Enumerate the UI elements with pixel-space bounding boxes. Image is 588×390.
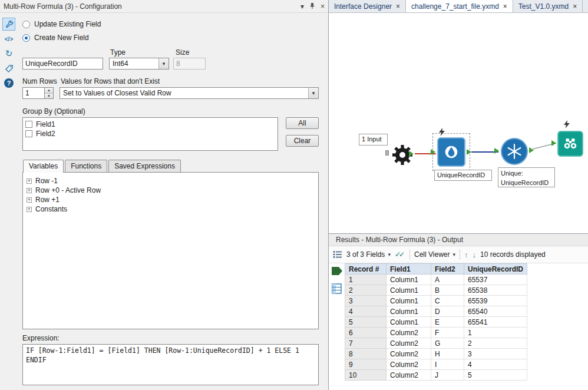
num-rows-stepper[interactable]: 1 ▲ ▼ <box>22 87 54 99</box>
stepper-down-icon[interactable]: ▼ <box>45 94 53 99</box>
expand-icon[interactable]: + <box>27 207 32 212</box>
tree-item-constants[interactable]: + Constants <box>27 204 315 214</box>
browse-input-anchor[interactable] <box>551 140 556 146</box>
chevron-down-icon: ▾ <box>452 252 455 257</box>
chevron-down-icon[interactable]: ▾ <box>300 3 304 10</box>
panel-title: Multi-Row Formula (3) - Configuration <box>4 2 300 11</box>
results-title: Results - Multi-Row Formula (3) - Output <box>336 236 463 244</box>
radio-update-existing[interactable]: Update Existing Field <box>22 20 319 28</box>
all-button[interactable]: All <box>286 117 319 129</box>
table-row: 6 Column2 F 1 <box>345 328 527 338</box>
sort-up-icon[interactable]: ↑ <box>464 250 468 259</box>
close-icon[interactable]: × <box>396 2 400 11</box>
expand-icon[interactable]: + <box>27 197 32 203</box>
records-displayed-label: 10 records displayed <box>480 250 546 259</box>
input-container-box[interactable]: 1 Input <box>359 134 388 146</box>
expand-icon[interactable]: + <box>27 188 32 193</box>
size-input: 8 <box>173 58 206 70</box>
variables-tree[interactable]: + Row -1 + Row +0 - Active Row + Row +1 … <box>22 172 319 329</box>
expression-label: Expression: <box>22 334 319 342</box>
tab-almm[interactable]: ALMM_C <box>583 0 588 12</box>
grid-view-icon[interactable] <box>333 250 342 259</box>
col-header-field2[interactable]: Field2 <box>431 264 464 275</box>
tool-multi-row-formula[interactable] <box>437 137 465 167</box>
separator <box>460 249 460 260</box>
type-dropdown-caret[interactable]: ▾ <box>158 58 169 69</box>
tool-browse[interactable] <box>557 131 583 157</box>
radio-update-label: Update Existing Field <box>34 20 101 28</box>
results-toolbar: 3 of 3 Fields ▾ ✓✓ Cell Viewer ▾ ↑ ↓ 10 … <box>329 246 588 263</box>
num-rows-value[interactable]: 1 <box>22 87 45 99</box>
lightning-bolt-icon <box>439 128 445 138</box>
sort-down-icon[interactable]: ↓ <box>473 250 477 259</box>
values-dropdown-caret[interactable]: ▾ <box>308 88 318 98</box>
tree-item-row-plus1[interactable]: + Row +1 <box>27 195 315 204</box>
pin-icon[interactable] <box>309 2 315 11</box>
group-item-field2[interactable]: Field2 <box>25 129 275 138</box>
gear-input-anchor[interactable] <box>385 150 389 156</box>
table-row: 8 Column2 H 3 <box>345 349 527 359</box>
field-name-input[interactable]: UniqueRecordID <box>22 58 103 70</box>
results-table: Record # Field1 Field2 UniqueRecordID 1 … <box>345 263 527 381</box>
configuration-panel: Multi-Row Formula (3) - Configuration ▾ … <box>0 0 329 390</box>
unique-output-anchor[interactable] <box>529 147 534 153</box>
col-header-uniquerecordid[interactable]: UniqueRecordID <box>464 264 527 275</box>
apply-check-icon[interactable]: ✓✓ <box>395 250 405 259</box>
tag-icon[interactable] <box>2 62 15 75</box>
col-header-field1[interactable]: Field1 <box>387 264 431 275</box>
radio-circle-checked[interactable] <box>22 34 30 42</box>
formula-annotation-box[interactable]: UniqueRecordID <box>434 170 492 181</box>
code-icon[interactable]: </> <box>2 32 15 45</box>
expression-editor[interactable]: IF [Row-1:Field1] = [Field1] THEN [Row-1… <box>22 344 319 385</box>
tab-challenge-7-start-file[interactable]: challenge_7_start_file.yxmd × <box>406 0 513 12</box>
field1-checkbox[interactable] <box>25 121 32 128</box>
clear-button[interactable]: Clear <box>286 135 319 147</box>
sync-icon[interactable]: ↻ <box>2 47 15 60</box>
radio-create-new[interactable]: Create New Field <box>22 34 319 42</box>
field2-checkbox[interactable] <box>25 130 32 137</box>
group-by-list[interactable]: Field1 Field2 <box>22 117 278 151</box>
connection-lines <box>329 13 588 233</box>
table-row: 3 Column1 C 65539 <box>345 296 527 306</box>
table-row: 4 Column1 D 65540 <box>345 306 527 317</box>
results-panel: Results - Multi-Row Formula (3) - Output… <box>329 233 588 390</box>
cell-viewer-dropdown[interactable]: Cell Viewer ▾ <box>414 250 455 259</box>
unique-annotation-box[interactable]: Unique: UniqueRecordID <box>498 167 555 187</box>
header-row: Record # Field1 Field2 UniqueRecordID <box>345 264 527 275</box>
close-icon[interactable]: × <box>503 2 507 11</box>
help-icon[interactable]: ? <box>2 77 15 90</box>
tab-functions[interactable]: Functions <box>65 160 107 172</box>
values-no-exist-dropdown[interactable]: Set to Values of Closest Valid Row ▾ <box>60 87 319 99</box>
tab-saved-expressions[interactable]: Saved Expressions <box>108 160 181 172</box>
table-row: 9 Column2 I 4 <box>345 359 527 370</box>
type-dropdown[interactable]: Int64 ▾ <box>109 58 169 70</box>
close-icon[interactable]: × <box>573 2 577 11</box>
tool-unique[interactable] <box>501 138 528 165</box>
output-anchor-icon[interactable] <box>331 266 343 277</box>
fields-dropdown[interactable]: 3 of 3 Fields ▾ <box>346 250 391 259</box>
lightning-bolt-icon <box>564 120 570 130</box>
wrench-icon[interactable] <box>2 18 15 31</box>
tree-item-row-minus1[interactable]: + Row -1 <box>27 176 315 186</box>
expression-tabs: Variables Functions Saved Expressions <box>22 160 319 172</box>
radio-circle[interactable] <box>22 21 30 28</box>
tab-test-v1[interactable]: Test_V1.0.yxmd × <box>513 0 583 12</box>
unique-input-anchor[interactable] <box>494 148 499 154</box>
data-table-icon[interactable] <box>332 283 342 296</box>
table-row: 5 Column1 E 65541 <box>345 317 527 328</box>
expand-icon[interactable]: + <box>27 179 32 184</box>
table-row: 7 Column2 G 2 <box>345 338 527 349</box>
tab-variables[interactable]: Variables <box>23 160 64 173</box>
col-header-record[interactable]: Record # <box>345 264 387 275</box>
values-no-exist-label: Values for Rows that don't Exist <box>61 77 160 85</box>
document-tabbar: Interface Designer × challenge_7_start_f… <box>329 0 588 13</box>
type-label: Type <box>110 48 125 57</box>
tab-interface-designer[interactable]: Interface Designer × <box>329 0 406 12</box>
workflow-canvas[interactable]: 1 Input <box>329 13 588 233</box>
stepper-up-icon[interactable]: ▲ <box>45 88 53 94</box>
group-item-field1[interactable]: Field1 <box>25 120 275 129</box>
num-rows-label: Num Rows <box>22 77 57 85</box>
tree-item-row-0[interactable]: + Row +0 - Active Row <box>27 186 315 195</box>
close-icon[interactable]: × <box>321 3 325 10</box>
results-header: Results - Multi-Row Formula (3) - Output <box>329 234 588 246</box>
